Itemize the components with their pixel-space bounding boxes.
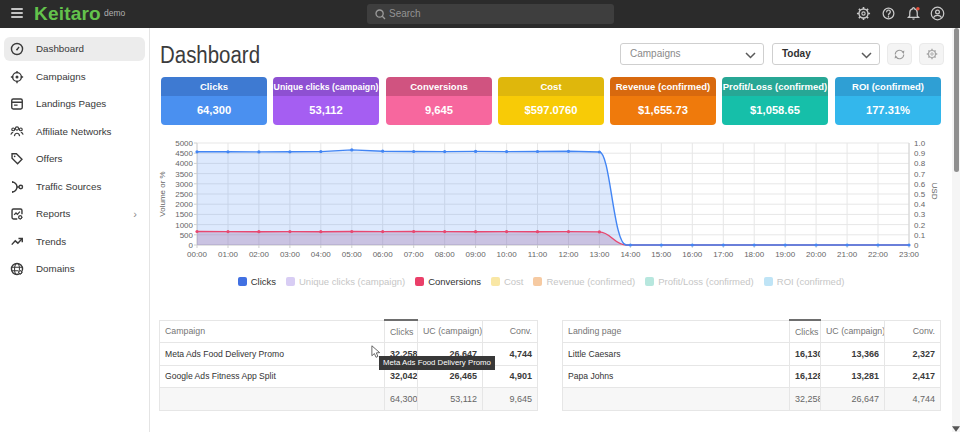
svg-text:13:00: 13:00 [589, 250, 610, 259]
svg-text:0.4: 0.4 [914, 200, 926, 209]
svg-text:0.8: 0.8 [914, 159, 926, 168]
svg-text:08:00: 08:00 [435, 250, 456, 259]
svg-text:0.3: 0.3 [914, 210, 926, 219]
svg-text:3500: 3500 [175, 170, 193, 179]
svg-text:4500: 4500 [175, 149, 193, 158]
svg-text:Volume or %: Volume or % [158, 171, 167, 216]
svg-text:1500: 1500 [175, 210, 193, 219]
svg-text:09:00: 09:00 [466, 250, 487, 259]
svg-text:01:00: 01:00 [218, 250, 239, 259]
svg-text:16:00: 16:00 [682, 250, 703, 259]
svg-text:5000: 5000 [175, 139, 193, 148]
svg-text:0: 0 [189, 241, 194, 250]
svg-text:0.5: 0.5 [914, 190, 926, 199]
svg-text:22:00: 22:00 [868, 250, 889, 259]
svg-text:USD: USD [930, 183, 939, 200]
svg-text:06:00: 06:00 [373, 250, 394, 259]
svg-text:19:00: 19:00 [775, 250, 796, 259]
svg-text:00:00: 00:00 [187, 250, 208, 259]
svg-text:1000: 1000 [175, 221, 193, 230]
svg-text:1.0: 1.0 [914, 139, 926, 148]
svg-text:2500: 2500 [175, 190, 193, 199]
svg-text:2000: 2000 [175, 200, 193, 209]
svg-text:05:00: 05:00 [342, 250, 363, 259]
svg-text:0.7: 0.7 [914, 170, 926, 179]
svg-text:04:00: 04:00 [311, 250, 332, 259]
svg-text:07:00: 07:00 [404, 250, 425, 259]
svg-text:18:00: 18:00 [744, 250, 765, 259]
svg-text:15:00: 15:00 [651, 250, 672, 259]
svg-text:23:00: 23:00 [899, 250, 920, 259]
svg-text:3000: 3000 [175, 180, 193, 189]
svg-text:0.1: 0.1 [914, 231, 926, 240]
svg-text:4000: 4000 [175, 159, 193, 168]
svg-text:10:00: 10:00 [497, 250, 518, 259]
svg-text:11:00: 11:00 [528, 250, 548, 259]
svg-text:500: 500 [180, 231, 194, 240]
svg-text:02:00: 02:00 [249, 250, 270, 259]
svg-text:20:00: 20:00 [806, 250, 827, 259]
svg-text:17:00: 17:00 [713, 250, 734, 259]
svg-text:0.9: 0.9 [914, 149, 926, 158]
svg-text:0.2: 0.2 [914, 221, 926, 230]
svg-text:12:00: 12:00 [558, 250, 579, 259]
svg-text:14:00: 14:00 [620, 250, 641, 259]
svg-text:0: 0 [914, 241, 919, 250]
svg-text:0.6: 0.6 [914, 180, 926, 189]
svg-text:21:00: 21:00 [837, 250, 858, 259]
svg-text:03:00: 03:00 [280, 250, 301, 259]
